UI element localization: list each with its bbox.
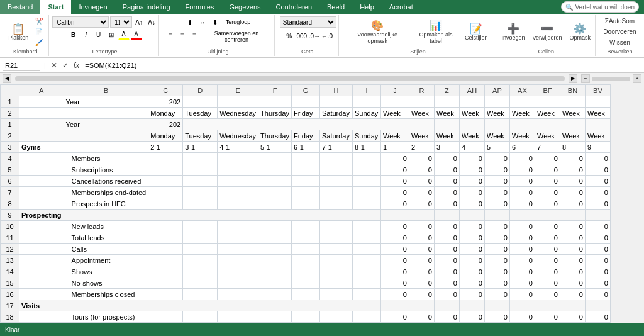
cell-ax8[interactable]: 0: [509, 198, 535, 210]
horizontal-scrollbar[interactable]: [15, 76, 565, 81]
cell-c14[interactable]: [148, 266, 183, 277]
cell-f2b[interactable]: Thursday: [258, 130, 292, 142]
col-header-d[interactable]: D: [183, 85, 218, 96]
cell-c11[interactable]: [148, 232, 183, 244]
cell-j8[interactable]: 0: [380, 198, 409, 210]
tab-acrobat[interactable]: Acrobat: [382, 0, 421, 14]
cell-g16[interactable]: [291, 289, 319, 300]
cell-b11[interactable]: Total leads: [64, 232, 148, 244]
cell-z13[interactable]: 0: [434, 255, 459, 266]
cell-ap8[interactable]: 0: [484, 198, 509, 210]
cell-f15[interactable]: [258, 277, 292, 289]
cell-bn16[interactable]: 0: [560, 289, 585, 300]
cell-e14[interactable]: [218, 266, 258, 277]
col-header-h[interactable]: H: [319, 85, 352, 96]
col-header-a[interactable]: A: [19, 85, 64, 96]
voorwaardelijke-button[interactable]: 🎨 Voorwaardelijke opmask: [345, 18, 409, 46]
cell-ap12[interactable]: 0: [484, 244, 509, 255]
cell-r8[interactable]: 0: [409, 198, 434, 210]
cell-ap17[interactable]: [484, 300, 509, 311]
cell-b10[interactable]: New leads: [64, 221, 148, 232]
cell-d5[interactable]: [183, 164, 218, 176]
cell-ax1[interactable]: [509, 96, 535, 108]
cell-f11[interactable]: [258, 232, 292, 244]
wissen-button[interactable]: Wissen: [607, 38, 633, 47]
cell-bf9[interactable]: [535, 210, 560, 221]
cell-r12[interactable]: 0: [409, 244, 434, 255]
cell-z17[interactable]: [434, 300, 459, 311]
cell-i8[interactable]: [352, 198, 380, 210]
tab-start[interactable]: Start: [40, 0, 71, 14]
cell-ap16[interactable]: 0: [484, 289, 509, 300]
cell-ah16[interactable]: 0: [459, 289, 484, 300]
cell-r13[interactable]: 0: [409, 255, 434, 266]
cell-ah8[interactable]: 0: [459, 198, 484, 210]
cell-f3[interactable]: 5-1: [258, 142, 292, 153]
col-header-b[interactable]: B: [64, 85, 148, 96]
cell-j10[interactable]: 0: [380, 221, 409, 232]
cell-bf3[interactable]: 7: [535, 142, 560, 153]
cell-c9[interactable]: [148, 210, 381, 221]
cell-i2b[interactable]: Sunday: [352, 130, 380, 142]
cell-ah15[interactable]: 0: [459, 277, 484, 289]
cell-bn15[interactable]: 0: [560, 277, 585, 289]
cell-bn18[interactable]: 0: [560, 311, 585, 323]
cell-c8[interactable]: [148, 198, 183, 210]
cell-bv14[interactable]: 0: [585, 266, 610, 277]
cell-f7[interactable]: [258, 187, 292, 198]
col-header-j[interactable]: J: [380, 85, 409, 96]
cell-a15[interactable]: [19, 277, 64, 289]
cell-j16[interactable]: 0: [380, 289, 409, 300]
cell-ap10[interactable]: 0: [484, 221, 509, 232]
cell-bn1[interactable]: [560, 96, 585, 108]
cell-a2b[interactable]: [19, 130, 64, 142]
cell-e8[interactable]: [218, 198, 258, 210]
cell-h8[interactable]: [319, 198, 352, 210]
cell-ap1[interactable]: [484, 96, 509, 108]
cell-z6[interactable]: 0: [434, 176, 459, 187]
cell-h1[interactable]: [319, 96, 352, 108]
cell-r2b[interactable]: Week: [409, 130, 434, 142]
cell-ah2[interactable]: Week: [459, 108, 484, 119]
cell-d12[interactable]: [183, 244, 218, 255]
cell-e16[interactable]: [218, 289, 258, 300]
col-header-bn[interactable]: BN: [560, 85, 585, 96]
cell-g15[interactable]: [291, 277, 319, 289]
cell-r1[interactable]: [409, 96, 434, 108]
cell-c2[interactable]: Monday: [148, 108, 183, 119]
cell-z15[interactable]: 0: [434, 277, 459, 289]
tab-beeld[interactable]: Beeld: [319, 0, 352, 14]
cell-h12[interactable]: [319, 244, 352, 255]
cell-b15[interactable]: No-shows: [64, 277, 148, 289]
cell-bf17[interactable]: [535, 300, 560, 311]
cell-reference-input[interactable]: [3, 60, 40, 71]
cell-h16[interactable]: [319, 289, 352, 300]
cell-r5[interactable]: 0: [409, 164, 434, 176]
cell-bn5[interactable]: 0: [560, 164, 585, 176]
cell-ah5[interactable]: 0: [459, 164, 484, 176]
cell-z12[interactable]: 0: [434, 244, 459, 255]
cell-bv3[interactable]: 9: [585, 142, 610, 153]
doorvoeren-button[interactable]: Doorvoeren: [601, 27, 638, 36]
cell-bv13[interactable]: 0: [585, 255, 610, 266]
cell-a3[interactable]: Gyms: [19, 142, 64, 153]
cell-j6[interactable]: 0: [380, 176, 409, 187]
cell-bv9[interactable]: [585, 210, 610, 221]
cell-bv11[interactable]: 0: [585, 232, 610, 244]
cell-j7[interactable]: 0: [380, 187, 409, 198]
confirm-formula-icon[interactable]: ✓: [61, 61, 70, 70]
cell-ax12[interactable]: 0: [509, 244, 535, 255]
cell-b18[interactable]: Tours (for prospects): [64, 311, 148, 323]
cell-j15[interactable]: 0: [380, 277, 409, 289]
cell-c6[interactable]: [148, 176, 183, 187]
cell-bn7[interactable]: 0: [560, 187, 585, 198]
cell-bv18[interactable]: 0: [585, 311, 610, 323]
cell-a14[interactable]: [19, 266, 64, 277]
cell-ap4[interactable]: 0: [484, 153, 509, 164]
cell-ap3[interactable]: 5: [484, 142, 509, 153]
cell-c3[interactable]: 2-1: [148, 142, 183, 153]
cell-f5[interactable]: [258, 164, 292, 176]
opmaken-button[interactable]: 📊 Opmaken als tabel: [411, 18, 461, 46]
cell-r18[interactable]: 0: [409, 311, 434, 323]
cell-ah12[interactable]: 0: [459, 244, 484, 255]
